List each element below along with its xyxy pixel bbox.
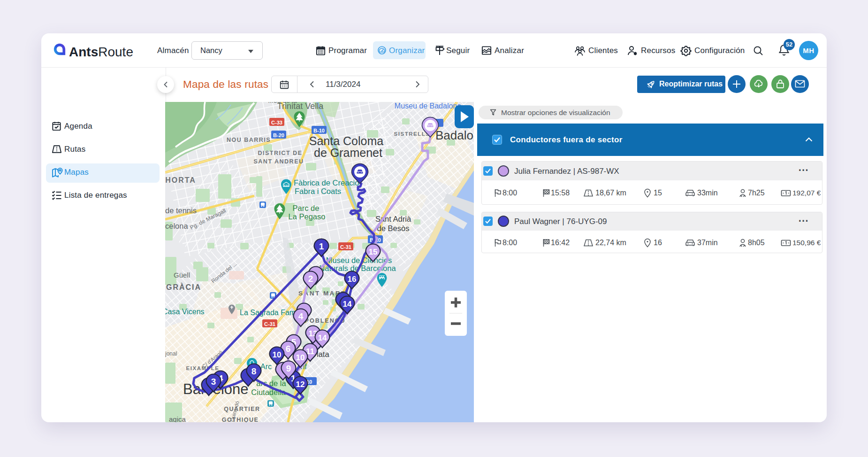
svg-text:Güell: Güell [174,271,190,279]
svg-text:Santa Coloma: Santa Coloma [309,134,384,147]
svg-text:DISTRICT DE: DISTRICT DE [258,150,303,156]
svg-text:de Besòs: de Besòs [377,224,410,232]
svg-text:GOTHIQUE: GOTHIQUE [222,417,259,422]
svg-text:C-31: C-31 [264,321,275,327]
svg-text:La Sagrada Fam: La Sagrada Fam [240,309,296,317]
svg-text:La Pegaso: La Pegaso [289,212,326,221]
svg-text:lata: lata [317,350,329,358]
svg-text:GRÀCIA: GRÀCIA [166,283,201,291]
svg-text:agica: agica [169,415,186,422]
svg-text:C-33: C-33 [271,120,282,125]
svg-text:C-31: C-31 [340,244,351,250]
svg-text:Badalor: Badalor [435,128,474,142]
svg-text:jonal: jonal [165,350,177,357]
svg-text:14: 14 [343,300,352,309]
svg-text:HORTA: HORTA [165,176,196,184]
svg-text:4: 4 [298,311,304,321]
svg-text:Museu de Ciències: Museu de Ciències [326,256,392,264]
svg-text:3: 3 [211,377,216,387]
svg-text:SANT ANDREU: SANT ANDREU [253,158,304,165]
svg-text:12: 12 [296,380,305,389]
svg-text:10: 10 [296,353,305,362]
svg-text:Fàbrica de Creació: Fàbrica de Creació [294,178,359,187]
svg-text:Arc: Arc [260,363,272,371]
svg-text:B-20: B-20 [273,132,284,138]
svg-text:2: 2 [308,274,313,284]
svg-text:QUARTIER: QUARTIER [224,406,260,412]
svg-text:10: 10 [273,350,282,359]
svg-text:Museu de Badalona: Museu de Badalona [395,102,461,110]
svg-text:de tennis: de tennis [165,206,197,215]
svg-text:EIXAMPLE: EIXAMPLE [186,365,220,371]
svg-text:SISTRELLS: SISTRELLS [394,131,430,137]
svg-text:16: 16 [348,275,357,284]
svg-text:Casa Vicens: Casa Vicens [165,308,205,316]
svg-text:8: 8 [251,366,257,376]
svg-text:...eu de la: ...eu de la [268,102,297,104]
svg-text:Parc de: Parc de [293,204,320,212]
svg-text:15: 15 [369,248,378,256]
svg-text:B-10: B-10 [313,128,325,133]
svg-text:celona: celona [165,222,188,230]
svg-text:de Gramenet: de Gramenet [314,146,382,159]
svg-text:NOU BARRIS: NOU BARRIS [227,137,271,143]
svg-text:Fabra i Coats: Fabra i Coats [295,187,341,195]
svg-text:6: 6 [286,344,291,354]
svg-text:14: 14 [318,333,327,342]
svg-text:9: 9 [286,364,291,373]
svg-text:1: 1 [319,241,324,251]
